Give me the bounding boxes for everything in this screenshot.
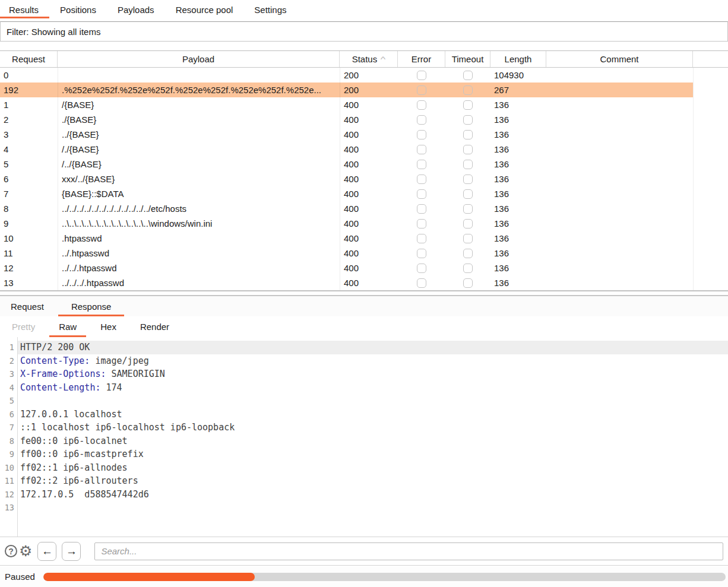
error-checkbox[interactable] <box>417 145 426 154</box>
column-header-length[interactable]: Length <box>490 51 546 67</box>
cell-comment <box>546 68 693 83</box>
cell-extra <box>693 127 728 142</box>
next-match-button[interactable]: → <box>62 542 81 561</box>
table-row[interactable]: 11 ../.htpasswd 400 136 <box>0 246 728 261</box>
tab-raw[interactable]: Raw <box>47 316 88 337</box>
error-checkbox[interactable] <box>417 115 426 125</box>
table-row[interactable]: 7 {BASE}::$DATA 400 136 <box>0 186 728 201</box>
cell-error <box>398 246 445 261</box>
tab-payloads[interactable]: Payloads <box>107 0 165 18</box>
tab-render[interactable]: Render <box>128 316 181 337</box>
gear-icon[interactable]: ⚙ <box>19 544 32 559</box>
response-line: 13 <box>0 501 728 515</box>
column-header-request[interactable]: Request <box>0 51 58 67</box>
table-row[interactable]: 4 /./{BASE} 400 136 <box>0 142 728 157</box>
table-row[interactable]: 10 .htpasswd 400 136 <box>0 231 728 246</box>
column-header-timeout[interactable]: Timeout <box>445 51 490 67</box>
cell-request: 13 <box>0 275 58 290</box>
cell-error <box>398 231 445 246</box>
timeout-checkbox[interactable] <box>463 204 473 214</box>
table-row[interactable]: 192 .%252e%252f.%252e%252f.%252e%252f.%2… <box>0 83 728 97</box>
error-checkbox[interactable] <box>417 189 426 199</box>
cell-length: 136 <box>490 127 546 142</box>
table-row[interactable]: 8 ../../../../../../../../../../../../et… <box>0 201 728 216</box>
help-icon[interactable]: ? <box>5 545 17 557</box>
cell-request: 3 <box>0 127 58 142</box>
cell-extra <box>693 231 728 246</box>
line-content: ff02::2 ip6-allrouters <box>18 474 728 488</box>
error-checkbox[interactable] <box>417 204 426 214</box>
table-row[interactable]: 6 xxx/../{BASE} 400 136 <box>0 172 728 186</box>
line-number: 7 <box>0 421 14 434</box>
search-input[interactable] <box>94 542 723 560</box>
line-text: fe00::0 ip6-localnet <box>20 436 128 446</box>
line-text: ff02::2 ip6-allrouters <box>20 475 138 486</box>
timeout-checkbox[interactable] <box>463 278 473 288</box>
tab-response[interactable]: Response <box>58 296 125 316</box>
timeout-checkbox[interactable] <box>463 115 473 125</box>
tab-settings[interactable]: Settings <box>243 0 297 18</box>
cell-timeout <box>445 157 490 172</box>
table-row[interactable]: 2 ./{BASE} 400 136 <box>0 112 728 127</box>
table-row[interactable]: 9 ..\..\..\..\..\..\..\..\..\..\..\..\wi… <box>0 216 728 231</box>
column-header-payload[interactable]: Payload <box>58 51 340 67</box>
cell-extra <box>693 83 728 97</box>
line-number: 9 <box>0 448 14 461</box>
cell-length: 136 <box>490 216 546 231</box>
timeout-checkbox[interactable] <box>463 71 473 80</box>
results-table-header: Request Payload Status ^ Error Timeout L… <box>0 51 728 68</box>
cell-comment <box>546 275 693 290</box>
timeout-checkbox[interactable] <box>463 85 473 95</box>
timeout-checkbox[interactable] <box>463 219 473 229</box>
error-checkbox[interactable] <box>417 219 426 229</box>
timeout-checkbox[interactable] <box>463 145 473 154</box>
cell-length: 136 <box>490 186 546 201</box>
table-row[interactable]: 3 ../{BASE} 400 136 <box>0 127 728 142</box>
response-editor[interactable]: 1 HTTP/2 200 OK 2 Content-Type: image/jp… <box>0 337 728 537</box>
cell-extra <box>693 186 728 201</box>
table-row[interactable]: 5 /../{BASE} 400 136 <box>0 157 728 172</box>
cell-request: 4 <box>0 142 58 157</box>
timeout-checkbox[interactable] <box>463 189 473 199</box>
error-checkbox[interactable] <box>417 160 426 169</box>
tab-request[interactable]: Request <box>0 296 58 316</box>
column-header-comment[interactable]: Comment <box>546 51 693 67</box>
timeout-checkbox[interactable] <box>463 264 473 273</box>
table-row[interactable]: 0 200 104930 <box>0 68 728 83</box>
error-checkbox[interactable] <box>417 249 426 258</box>
error-checkbox[interactable] <box>417 71 426 80</box>
message-view-tab-bar: Pretty Raw Hex Render <box>0 316 728 337</box>
error-checkbox[interactable] <box>417 174 426 184</box>
column-header-status[interactable]: Status ^ <box>340 51 398 67</box>
error-checkbox[interactable] <box>417 278 426 288</box>
line-content: Content-Type: image/jpeg <box>18 354 728 368</box>
cell-status: 400 <box>340 112 398 127</box>
timeout-checkbox[interactable] <box>463 160 473 169</box>
response-line: 6 127.0.0.1 localhost <box>0 408 728 421</box>
previous-match-button[interactable]: ← <box>37 542 56 561</box>
tab-results[interactable]: Results <box>0 0 49 18</box>
column-header-error[interactable]: Error <box>398 51 445 67</box>
table-row[interactable]: 12 ../../.htpasswd 400 136 <box>0 261 728 275</box>
filter-bar[interactable]: Filter: Showing all items <box>0 21 728 42</box>
table-row[interactable]: 13 ../../../.htpasswd 400 136 <box>0 275 728 290</box>
error-checkbox[interactable] <box>417 100 426 110</box>
tab-positions[interactable]: Positions <box>49 0 107 18</box>
cell-comment <box>546 127 693 142</box>
cell-timeout <box>445 83 490 97</box>
error-checkbox[interactable] <box>417 130 426 139</box>
error-checkbox[interactable] <box>417 264 426 273</box>
tab-resource-pool[interactable]: Resource pool <box>165 0 244 18</box>
message-tab-bar: Request Response <box>0 295 728 316</box>
header-name: Content-Length: <box>20 382 100 393</box>
timeout-checkbox[interactable] <box>463 234 473 243</box>
timeout-checkbox[interactable] <box>463 174 473 184</box>
cell-error <box>398 186 445 201</box>
tab-hex[interactable]: Hex <box>88 316 128 337</box>
table-row[interactable]: 1 /{BASE} 400 136 <box>0 97 728 112</box>
error-checkbox[interactable] <box>417 234 426 243</box>
timeout-checkbox[interactable] <box>463 249 473 258</box>
timeout-checkbox[interactable] <box>463 100 473 110</box>
error-checkbox[interactable] <box>417 85 426 95</box>
timeout-checkbox[interactable] <box>463 130 473 139</box>
